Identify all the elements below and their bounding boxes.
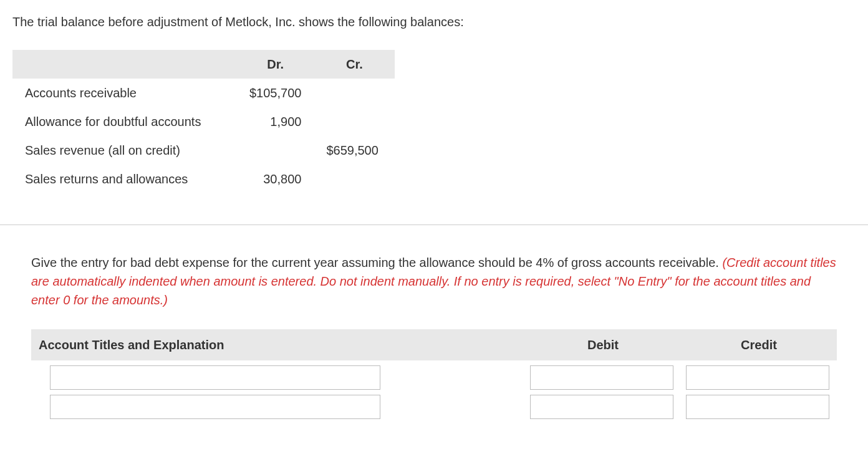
tb-row-dr (237, 136, 314, 165)
credit-input[interactable] (686, 365, 829, 390)
table-row: Sales revenue (all on credit) $659,500 (12, 136, 395, 165)
tb-row-label: Sales revenue (all on credit) (12, 136, 237, 165)
tb-header-dr: Dr. (237, 50, 314, 79)
tb-row-label: Allowance for doubtful accounts (12, 107, 237, 136)
intro-text: The trial balance before adjustment of M… (12, 12, 856, 31)
trial-balance-table: Dr. Cr. Accounts receivable $105,700 All… (12, 50, 395, 193)
journal-header-account: Account Titles and Explanation (31, 329, 525, 360)
tb-row-cr (314, 165, 395, 193)
table-row: Allowance for doubtful accounts 1,900 (12, 107, 395, 136)
tb-header-cr: Cr. (314, 50, 395, 79)
tb-row-cr (314, 107, 395, 136)
section-divider (0, 224, 868, 225)
journal-row (31, 390, 837, 419)
tb-row-label: Accounts receivable (12, 79, 237, 107)
tb-row-cr (314, 79, 395, 107)
tb-row-dr: 30,800 (237, 165, 314, 193)
debit-input[interactable] (530, 395, 673, 419)
question-section: Give the entry for bad debt expense for … (12, 253, 856, 419)
table-row: Accounts receivable $105,700 (12, 79, 395, 107)
tb-row-label: Sales returns and allowances (12, 165, 237, 193)
tb-row-dr: 1,900 (237, 107, 314, 136)
journal-header-debit: Debit (525, 329, 681, 360)
credit-input[interactable] (686, 395, 829, 419)
journal-row (31, 360, 837, 390)
journal-entry-table: Account Titles and Explanation Debit Cre… (31, 329, 837, 419)
tb-row-dr: $105,700 (237, 79, 314, 107)
question-text: Give the entry for bad debt expense for … (31, 256, 719, 269)
journal-header-credit: Credit (681, 329, 837, 360)
account-title-input[interactable] (50, 395, 380, 419)
table-row: Sales returns and allowances 30,800 (12, 165, 395, 193)
debit-input[interactable] (530, 365, 673, 390)
tb-header-blank (12, 50, 237, 79)
tb-row-cr: $659,500 (314, 136, 395, 165)
account-title-input[interactable] (50, 365, 380, 390)
